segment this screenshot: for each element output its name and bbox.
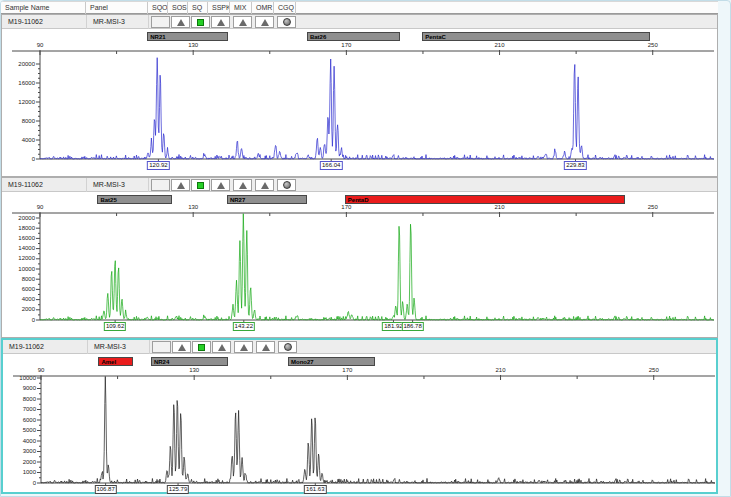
peak-size-label[interactable]: 120.92 <box>147 161 169 170</box>
trace-plot[interactable] <box>2 15 719 178</box>
peak-size-label[interactable]: 229.83 <box>564 161 586 170</box>
trace-line <box>40 214 714 320</box>
electropherogram-panel[interactable]: M19-11062MR-MSI-3AmelNR24Mono27901301702… <box>1 338 718 494</box>
peak-size-label[interactable]: 125.79 <box>167 485 189 494</box>
app-window: Sample Name Panel SQO SOS SQ SSPK MIX OM… <box>0 0 731 497</box>
trace-line <box>40 58 714 159</box>
trace-line <box>41 377 715 484</box>
column-header-sq: SQ <box>188 2 208 14</box>
peak-size-label[interactable]: 161.63 <box>304 485 326 494</box>
column-header-cgq: CGQ <box>274 2 296 14</box>
electropherogram-panel[interactable]: M19-11062MR-MSI-3Bat25NR27PentaD90130170… <box>1 177 718 338</box>
column-header-panel: Panel <box>86 2 148 14</box>
peak-size-label[interactable]: 186.78 <box>401 322 423 331</box>
peak-size-label[interactable]: 166.04 <box>320 161 342 170</box>
peak-size-label[interactable]: 109.62 <box>104 322 126 331</box>
trace-plot[interactable] <box>2 178 719 339</box>
column-header-sample-name: Sample Name <box>1 2 86 14</box>
column-header-omr: OMR <box>252 2 274 14</box>
electropherogram-panel[interactable]: M19-11062MR-MSI-3NR21Bat26PentaC90130170… <box>1 14 718 177</box>
column-header-mix: MIX <box>230 2 252 14</box>
column-header-sqo: SQO <box>148 2 168 14</box>
peak-size-label[interactable]: 106.87 <box>94 485 116 494</box>
trace-plot[interactable] <box>3 340 720 496</box>
peak-size-label[interactable]: 143.22 <box>233 322 255 331</box>
column-header-sos: SOS <box>168 2 188 14</box>
column-header-sspk: SSPK <box>208 2 230 14</box>
column-header-row: Sample Name Panel SQO SOS SQ SSPK MIX OM… <box>1 1 718 14</box>
